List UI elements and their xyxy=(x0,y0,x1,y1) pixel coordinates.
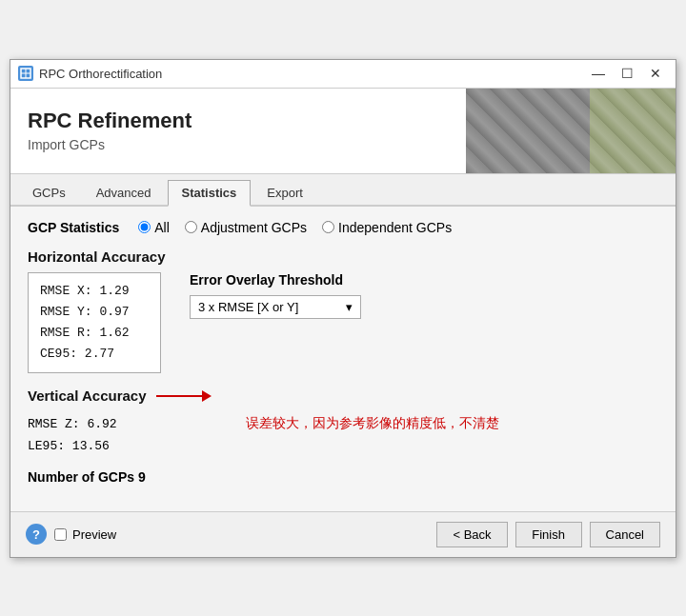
rmse-z-row: RMSE Z: 6.92 xyxy=(28,413,212,435)
radio-adjustment-label: Adjustment GCPs xyxy=(201,220,307,235)
header: RPC Refinement Import GCPs xyxy=(10,89,676,174)
rmse-r-value: 1.62 xyxy=(99,326,129,340)
back-button[interactable]: < Back xyxy=(436,522,507,547)
satellite-highlight xyxy=(590,89,676,173)
maximize-button[interactable]: ☐ xyxy=(615,64,639,83)
le95-label: LE95: xyxy=(28,439,65,453)
header-subtitle: Import GCPs xyxy=(28,137,449,152)
rmse-z-value: 6.92 xyxy=(87,417,116,431)
window-title: RPC Orthorectification xyxy=(39,67,162,81)
rmse-y-value: 0.97 xyxy=(99,305,129,319)
gcp-stats-row: GCP Statistics All Adjustment GCPs Indep… xyxy=(28,220,658,235)
num-gcps-row: Number of GCPs 9 xyxy=(28,469,658,485)
content-area: GCP Statistics All Adjustment GCPs Indep… xyxy=(10,207,676,511)
radio-independent-option[interactable]: Independent GCPs xyxy=(322,220,452,235)
header-text: RPC Refinement Import GCPs xyxy=(10,89,466,173)
tab-export[interactable]: Export xyxy=(252,180,317,205)
radio-adjustment[interactable] xyxy=(185,221,197,233)
header-title: RPC Refinement xyxy=(28,109,449,133)
ce95-row: CE95: 2.77 xyxy=(40,344,149,365)
svg-marker-4 xyxy=(202,390,212,402)
minimize-button[interactable]: — xyxy=(586,64,611,83)
tab-gcps[interactable]: GCPs xyxy=(18,180,80,205)
radio-all-option[interactable]: All xyxy=(138,220,170,235)
red-arrow-icon xyxy=(154,387,212,406)
header-satellite-image xyxy=(466,89,676,173)
app-icon xyxy=(18,66,33,81)
annotation-text: 误差较大，因为参考影像的精度低，不清楚 xyxy=(246,415,499,430)
vertical-stats: RMSE Z: 6.92 LE95: 13.56 xyxy=(28,413,212,458)
radio-independent[interactable] xyxy=(322,221,334,233)
preview-label: Preview xyxy=(72,527,116,542)
footer-right: < Back Finish Cancel xyxy=(436,522,660,547)
rmse-y-label: RMSE Y: xyxy=(40,305,92,319)
horizontal-accuracy-title: Horizontal Accuracy xyxy=(28,248,658,265)
ce95-value: 2.77 xyxy=(85,347,114,361)
threshold-dropdown[interactable]: 3 x RMSE [X or Y] ▾ xyxy=(190,295,361,319)
window-controls: — ☐ ✕ xyxy=(586,64,668,83)
preview-checkbox-label[interactable]: Preview xyxy=(54,527,116,542)
rmse-z-label: RMSE Z: xyxy=(28,417,80,431)
tab-advanced[interactable]: Advanced xyxy=(82,180,166,205)
tab-bar: GCPs Advanced Statistics Export xyxy=(10,174,676,207)
rmse-x-label: RMSE X: xyxy=(40,284,92,298)
rmse-r-row: RMSE R: 1.62 xyxy=(40,323,149,344)
radio-adjustment-option[interactable]: Adjustment GCPs xyxy=(185,220,307,235)
vertical-accuracy-title-text: Vertical Accuracy xyxy=(28,387,147,404)
radio-independent-label: Independent GCPs xyxy=(338,220,452,235)
footer: ? Preview < Back Finish Cancel xyxy=(10,511,676,557)
annotation-area: 误差较大，因为参考影像的精度低，不清楚 xyxy=(227,387,499,432)
footer-left: ? Preview xyxy=(26,524,116,545)
gcp-statistics-label: GCP Statistics xyxy=(28,220,119,235)
radio-all[interactable] xyxy=(138,221,151,233)
main-window: RPC Orthorectification — ☐ ✕ RPC Refinem… xyxy=(10,59,676,558)
dropdown-arrow-icon: ▾ xyxy=(346,300,353,314)
num-gcps-label: Number of GCPs xyxy=(28,469,134,485)
title-bar-left: RPC Orthorectification xyxy=(18,66,162,81)
title-bar: RPC Orthorectification — ☐ ✕ xyxy=(10,60,676,89)
radio-group: All Adjustment GCPs Independent GCPs xyxy=(138,220,452,235)
vertical-accuracy-title: Vertical Accuracy xyxy=(28,387,212,406)
error-overlay-title: Error Overlay Threshold xyxy=(190,272,361,288)
dropdown-value: 3 x RMSE [X or Y] xyxy=(198,300,298,314)
rmse-y-row: RMSE Y: 0.97 xyxy=(40,302,149,323)
le95-value: 13.56 xyxy=(72,439,110,453)
rmse-x-row: RMSE X: 1.29 xyxy=(40,281,149,302)
ce95-label: CE95: xyxy=(40,347,77,361)
help-icon[interactable]: ? xyxy=(26,524,47,545)
rmse-r-label: RMSE R: xyxy=(40,326,92,340)
radio-all-label: All xyxy=(154,220,170,235)
cancel-button[interactable]: Cancel xyxy=(590,522,660,547)
finish-button[interactable]: Finish xyxy=(515,522,582,547)
preview-checkbox[interactable] xyxy=(54,528,67,541)
tab-statistics[interactable]: Statistics xyxy=(168,180,252,207)
num-gcps-value: 9 xyxy=(138,469,146,485)
error-overlay-section: Error Overlay Threshold 3 x RMSE [X or Y… xyxy=(190,272,361,319)
le95-row: LE95: 13.56 xyxy=(28,435,212,457)
vertical-accuracy-left: Vertical Accuracy RMSE Z: 6.92 LE95: 13.… xyxy=(28,387,212,458)
horizontal-accuracy-area: RMSE X: 1.29 RMSE Y: 0.97 RMSE R: 1.62 C… xyxy=(28,272,658,373)
rmse-x-value: 1.29 xyxy=(99,284,129,298)
close-button[interactable]: ✕ xyxy=(643,64,668,83)
accuracy-box: RMSE X: 1.29 RMSE Y: 0.97 RMSE R: 1.62 C… xyxy=(28,272,161,373)
vertical-accuracy-section: Vertical Accuracy RMSE Z: 6.92 LE95: 13.… xyxy=(28,387,658,458)
